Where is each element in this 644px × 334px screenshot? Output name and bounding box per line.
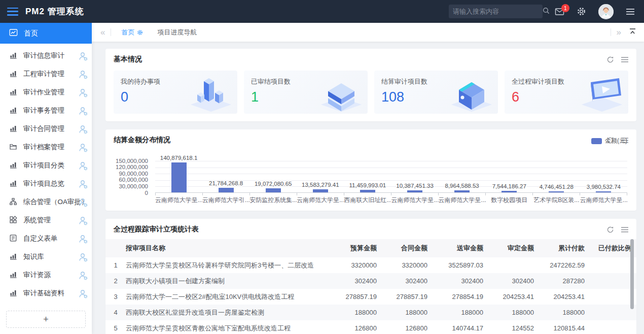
sidebar-item-label: 自定义表单 bbox=[23, 234, 58, 243]
axis-tick bbox=[439, 193, 486, 195]
sidebar-item[interactable]: 审计事务管理 bbox=[0, 102, 92, 120]
sidebar-item-label: 审计档案管理 bbox=[23, 143, 64, 152]
table-header-cell: 累计付款 bbox=[539, 244, 590, 253]
search-icon[interactable] bbox=[542, 7, 550, 16]
sidebar-item[interactable]: 工程审计管理 bbox=[0, 65, 92, 83]
chart-bar[interactable] bbox=[219, 188, 234, 192]
tab-gear-icon[interactable] bbox=[137, 29, 143, 36]
person-gear-icon[interactable] bbox=[78, 252, 88, 264]
chart-bar[interactable] bbox=[549, 191, 564, 192]
table-cell: 287280 bbox=[539, 277, 590, 285]
tab-home[interactable]: 首页 bbox=[114, 23, 150, 42]
row-index: 3 bbox=[105, 293, 126, 300]
person-gear-icon[interactable] bbox=[78, 216, 88, 227]
panel-title: 基本情况 bbox=[114, 55, 142, 64]
chart-bar[interactable] bbox=[596, 191, 611, 192]
divider bbox=[611, 28, 611, 36]
sidebar-item[interactable]: 自定义表单 bbox=[0, 229, 92, 248]
person-gear-icon[interactable] bbox=[78, 289, 88, 300]
global-search[interactable] bbox=[449, 5, 543, 18]
person-gear-icon[interactable] bbox=[78, 51, 88, 63]
panel-title: 全过程跟踪审计立项统计表 bbox=[114, 225, 199, 234]
sidebar-menu: 审计信息审计工程审计管理审计作业管理审计事务管理审计合同管理审计档案管理审计项目… bbox=[0, 44, 92, 306]
table-row[interactable]: 3云南师范大学一二一校区2#配电室10KV供电线路改造工程278857.1927… bbox=[105, 289, 636, 305]
mail-icon[interactable]: 1 bbox=[555, 8, 564, 16]
axis-tick bbox=[533, 193, 580, 195]
bar-value-label: 4,746,451.28 bbox=[540, 184, 574, 190]
table-row[interactable]: 4西南联大校区礼堂提升改造项目一房屋鉴定检测188000188000188000… bbox=[105, 305, 636, 320]
content-scroll[interactable]: 基本情况 我的待办事项0已审结项目数1结算审计项目数108全过程审计项目数6 bbox=[92, 42, 644, 334]
chart-legend[interactable]: 金额(元) bbox=[591, 137, 627, 145]
sidebar-item[interactable]: 审计基础资料 bbox=[0, 284, 92, 303]
axis-tick bbox=[486, 193, 533, 195]
sidebar-item[interactable]: 系统管理 bbox=[0, 211, 92, 229]
chart-bar[interactable] bbox=[171, 162, 187, 192]
tabs-scroll-right-icon[interactable]: » bbox=[614, 27, 624, 38]
person-gear-icon[interactable] bbox=[78, 197, 88, 209]
bar-value-label: 140,879,618.1 bbox=[160, 155, 198, 161]
table-header-cell: 已付款比例 bbox=[590, 244, 636, 253]
panel-menu-icon[interactable] bbox=[621, 227, 628, 232]
person-gear-icon[interactable] bbox=[78, 124, 88, 136]
chart-bar[interactable] bbox=[266, 188, 281, 192]
person-gear-icon[interactable] bbox=[78, 234, 88, 246]
sidebar-add-button[interactable]: + bbox=[6, 311, 86, 328]
x-axis-labels: 云南师范大学呈...云南师范大学引...安防监控系统集...云南师范大学呈...… bbox=[155, 196, 627, 205]
project-name: 西南联大小镇项目一创建方案编制 bbox=[126, 277, 331, 286]
gear-icon[interactable] bbox=[577, 7, 586, 16]
sidebar-item[interactable]: 审计档案管理 bbox=[0, 138, 92, 156]
table-row[interactable]: 1云南师范大学呈贡校区马铃薯科学研究院同析3号楼一、二层改造3320000332… bbox=[105, 257, 636, 273]
sidebar-item-home[interactable]: 首页 bbox=[0, 23, 92, 44]
table-scrollbar[interactable] bbox=[630, 239, 634, 309]
table-cell: 124552 bbox=[488, 324, 539, 332]
grid-icon bbox=[9, 216, 17, 225]
person-gear-icon[interactable] bbox=[78, 271, 88, 282]
search-input[interactable] bbox=[453, 8, 542, 15]
navbar-right: 1 bbox=[449, 4, 644, 19]
person-gear-icon[interactable] bbox=[78, 143, 88, 154]
chart-bar[interactable] bbox=[360, 190, 375, 192]
stat-card[interactable]: 我的待办事项0 bbox=[114, 71, 237, 114]
sidebar-item[interactable]: 审计信息审计 bbox=[0, 47, 92, 65]
chart-column: 13,583,279.41 bbox=[297, 161, 344, 192]
stat-card[interactable]: 结算审计项目数108 bbox=[374, 71, 498, 114]
table-row[interactable]: 5云南师范大学呈贡校区青教公寓地下室配电系统改造工程12680012680014… bbox=[105, 320, 636, 334]
person-gear-icon[interactable] bbox=[78, 106, 88, 118]
axis-tick bbox=[344, 193, 391, 195]
sidebar-item[interactable]: 审计合同管理 bbox=[0, 120, 92, 138]
bar-chart-icon bbox=[9, 179, 17, 189]
sidebar-item[interactable]: 综合管理（OA审批） bbox=[0, 193, 92, 211]
sidebar-toggle-icon[interactable] bbox=[7, 8, 18, 16]
person-gear-icon[interactable] bbox=[78, 161, 88, 173]
collapse-all-icon[interactable] bbox=[624, 27, 639, 38]
chart-bar[interactable] bbox=[407, 190, 422, 192]
stat-card[interactable]: 全过程审计项目数6 bbox=[505, 71, 628, 114]
sidebar-item[interactable]: 审计项目分类 bbox=[0, 156, 92, 175]
sidebar-item[interactable]: 审计资源 bbox=[0, 266, 92, 284]
avatar[interactable] bbox=[598, 4, 614, 19]
person-gear-icon[interactable] bbox=[78, 179, 88, 191]
tab-item[interactable]: 项目进度导航 bbox=[150, 23, 204, 42]
chart-column: 11,459,993.01 bbox=[344, 161, 391, 192]
chart-bar[interactable] bbox=[502, 191, 517, 192]
table-row[interactable]: 2西南联大小镇项目一创建方案编制302400302400302400302400… bbox=[105, 273, 636, 289]
table-cell: 126800 bbox=[331, 324, 382, 332]
menu-icon[interactable] bbox=[626, 8, 635, 15]
axis-tick bbox=[250, 193, 297, 195]
person-gear-icon[interactable] bbox=[78, 88, 88, 99]
chart-bar[interactable] bbox=[313, 189, 328, 192]
stat-card[interactable]: 已审结项目数1 bbox=[244, 71, 368, 114]
projects-table: 报审项目名称预算金额合同金额送审金额审定金额累计付款已付款比例1云南师范大学呈贡… bbox=[105, 239, 636, 334]
tracking-table-panel: 全过程跟踪审计立项统计表 报审项目名称预算金额合同金额送审金额审定金额累计付款已… bbox=[105, 219, 636, 334]
tabs-scroll-left-icon[interactable]: « bbox=[98, 27, 108, 38]
legend-swatch bbox=[591, 138, 602, 144]
chart-bar[interactable] bbox=[454, 190, 470, 192]
sidebar-item[interactable]: 审计项目总览 bbox=[0, 175, 92, 193]
refresh-icon[interactable] bbox=[606, 226, 614, 233]
panel-title: 结算金额分布情况 bbox=[114, 136, 170, 145]
panel-menu-icon[interactable] bbox=[621, 57, 628, 62]
person-gear-icon[interactable] bbox=[78, 70, 88, 81]
refresh-icon[interactable] bbox=[606, 56, 614, 63]
sidebar-item[interactable]: 知识库 bbox=[0, 248, 92, 266]
sidebar-item[interactable]: 审计作业管理 bbox=[0, 83, 92, 102]
